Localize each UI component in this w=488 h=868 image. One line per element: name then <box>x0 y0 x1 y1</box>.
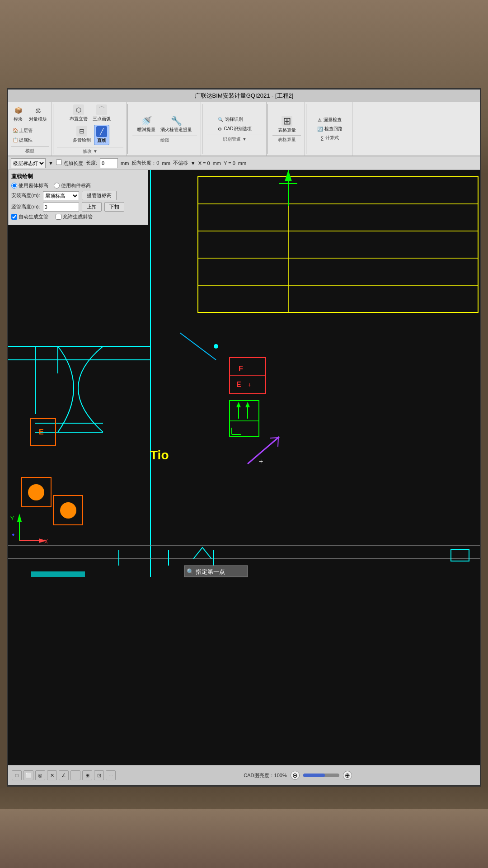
btn-table-calc[interactable]: ⊞ 表格算量 <box>276 115 298 134</box>
divider-5 <box>306 104 306 154</box>
toolbar-leak-section: ⚠ 漏量检查 🔄 检查回路 ∑ 计算式 <box>307 102 352 156</box>
multi-pipe-icon: ⊟ <box>76 126 87 137</box>
unit2-label: mm <box>162 160 170 166</box>
svg-text:Tio: Tio <box>150 448 169 462</box>
svg-text:E: E <box>236 381 241 388</box>
svg-text:🔍 指定第一点: 🔍 指定第一点 <box>187 568 225 576</box>
status-icon-6[interactable]: — <box>70 770 80 780</box>
radio-window-height[interactable]: 使用窗体标高 <box>11 182 48 189</box>
arc-icon: ⌒ <box>96 104 107 115</box>
toolbar-model-section: 📦 模块 ⚖ 对量模块 🏠上层管 📋提属性 <box>8 102 52 156</box>
divider-1 <box>53 104 53 154</box>
svg-marker-32 <box>236 402 241 407</box>
monitor-frame: 广联达BIM安装计量GQI2021 - [工程2] 📦 模块 ⚖ 对量模块 <box>0 0 488 868</box>
radio-component-height[interactable]: 使用构件标高 <box>54 182 91 189</box>
desk-area <box>0 809 488 868</box>
install-height-row: 安装高度(m): 层顶标高 提管道标高 <box>11 191 145 200</box>
toolbar-draw-section: 🚿 喷淋提量 🔧 消火栓管道提量 绘图 <box>129 102 201 156</box>
auto-vertical-check[interactable]: 自动生成立管 <box>11 213 48 220</box>
section-draw-label: 绘图 <box>132 136 197 143</box>
zoom-out-btn[interactable]: ⊖ <box>291 771 300 780</box>
btn-up[interactable]: 上扣 <box>82 202 102 212</box>
btn-circuit-check[interactable]: 🔄 检查回路 <box>315 125 344 133</box>
status-icon-7[interactable]: ⊞ <box>82 770 92 780</box>
floor-select[interactable]: 楼层标志灯 <box>11 158 46 168</box>
btn-extract-prop[interactable]: 📋提属性 <box>11 136 34 144</box>
x-coord: X = 0 <box>198 160 210 166</box>
direct-line-icon: ╱ <box>96 126 107 137</box>
btn-model-module[interactable]: 📦 模块 <box>11 104 25 123</box>
status-icon-8[interactable]: ⊡ <box>94 770 104 780</box>
status-icon-3[interactable]: ◎ <box>35 770 45 780</box>
section-modify-label: 修改 ▼ <box>57 147 123 155</box>
table-icon: ⊞ <box>282 116 292 127</box>
add-length-label: 点加长度 <box>56 159 83 167</box>
zoom-in-btn[interactable]: ⊕ <box>343 771 352 780</box>
btn-three-arc[interactable]: ⌒ 三点画弧 <box>91 104 113 123</box>
formula-icon: ∑ <box>320 136 324 141</box>
status-icon-4[interactable]: ✕ <box>47 770 57 780</box>
svg-rect-46 <box>451 550 469 561</box>
status-icon-5[interactable]: ∠ <box>59 770 69 780</box>
height-mode-row: 使用窗体标高 使用构件标高 <box>11 182 145 189</box>
install-height-label: 安装高度(m): <box>11 192 40 199</box>
section-table-label: 表格算量 <box>272 135 301 143</box>
btn-leak-check[interactable]: ⚠ 漏量检查 <box>316 116 343 124</box>
btn-cad-identify-options[interactable]: ⚙ CAD识别选项 <box>216 125 253 133</box>
app-title: 广联达BIM安装计量GQI2021 - [工程2] <box>195 92 294 100</box>
btn-select-identify[interactable]: 🔍 选择识别 <box>216 115 253 123</box>
svg-line-37 <box>248 437 279 464</box>
add-length-checkbox[interactable] <box>56 159 62 165</box>
btn-down[interactable]: 下扣 <box>104 202 124 212</box>
svg-text:F: F <box>239 365 243 373</box>
allow-slant-check[interactable]: 允许生成斜管 <box>56 213 93 220</box>
svg-point-23 <box>60 502 76 519</box>
select-identify-icon: 🔍 <box>218 117 223 122</box>
floor-height-select[interactable]: 层顶标高 <box>43 191 79 200</box>
versus-icon: ⚖ <box>33 105 43 116</box>
cad-canvas: E F E + <box>8 170 480 765</box>
btn-sprinkler[interactable]: 🚿 喷淋提量 <box>136 114 157 134</box>
no-offset: 不偏移 <box>173 160 188 166</box>
btn-versus-module[interactable]: ⚖ 对量模块 <box>27 104 49 123</box>
unit3-label: mm <box>213 160 221 166</box>
section-operation-label: 模型 <box>11 146 49 154</box>
unit-label: mm <box>121 160 129 166</box>
vertical-pipe-icon: ⬡ <box>73 104 84 115</box>
svg-marker-34 <box>245 402 250 407</box>
pipe-height-label: 竖管高度(m): <box>11 203 40 210</box>
svg-rect-29 <box>230 401 259 437</box>
cad-density-label: CAD图亮度：100% <box>244 772 286 779</box>
status-icon-2[interactable]: ⬜ <box>23 770 33 780</box>
svg-text:X: X <box>44 538 48 545</box>
btn-pipe-height[interactable]: 提管道标高 <box>82 191 117 200</box>
screen: 广联达BIM安装计量GQI2021 - [工程2] 📦 模块 ⚖ 对量模块 <box>7 88 481 787</box>
svg-line-38 <box>270 438 278 438</box>
cad-svg: E F E + <box>8 170 480 765</box>
btn-floor-layer[interactable]: 🏠上层管 <box>11 127 34 135</box>
y-coord: Y = 0 <box>224 160 235 166</box>
length-input[interactable] <box>100 158 118 168</box>
circuit-icon: 🔄 <box>317 127 323 132</box>
unit4-label: mm <box>238 160 246 166</box>
svg-text:●: ● <box>12 532 15 537</box>
status-icon-1[interactable]: □ <box>12 770 22 780</box>
status-icon-9[interactable]: ⋯ <box>106 770 116 780</box>
btn-direct-line[interactable]: ╱ 直线 <box>94 125 109 145</box>
cad-options-icon: ⚙ <box>218 127 222 132</box>
status-bar: □ ⬜ ◎ ✕ ∠ — ⊞ ⊡ ⋯ CAD图亮度：100% ⊖ ⊕ <box>8 765 480 785</box>
btn-hydrant[interactable]: 🔧 消火栓管道提量 <box>159 114 194 134</box>
toolbar: 📦 模块 ⚖ 对量模块 🏠上层管 📋提属性 <box>8 102 480 156</box>
title-bar: 广联达BIM安装计量GQI2021 - [工程2] <box>8 90 480 102</box>
svg-rect-57 <box>31 571 85 577</box>
btn-layout-vertical[interactable]: ⬡ 布置立管 <box>68 104 89 123</box>
pipe-height-input[interactable] <box>43 203 79 212</box>
btn-multi-pipe[interactable]: ⊟ 多管绘制 <box>71 125 93 145</box>
options-bar: 楼层标志灯 ▼ 点加长度 长度: mm 反向长度：0 mm 不偏移 ▼ X = … <box>8 156 480 170</box>
leak-icon: ⚠ <box>318 118 322 123</box>
height-mode-group: 使用窗体标高 使用构件标高 <box>11 182 91 189</box>
btn-formula[interactable]: ∑ 计算式 <box>319 134 341 142</box>
toolbar-table-section: ⊞ 表格算量 表格算量 <box>269 102 305 156</box>
svg-marker-50 <box>17 514 22 522</box>
svg-text:Y: Y <box>10 515 14 522</box>
